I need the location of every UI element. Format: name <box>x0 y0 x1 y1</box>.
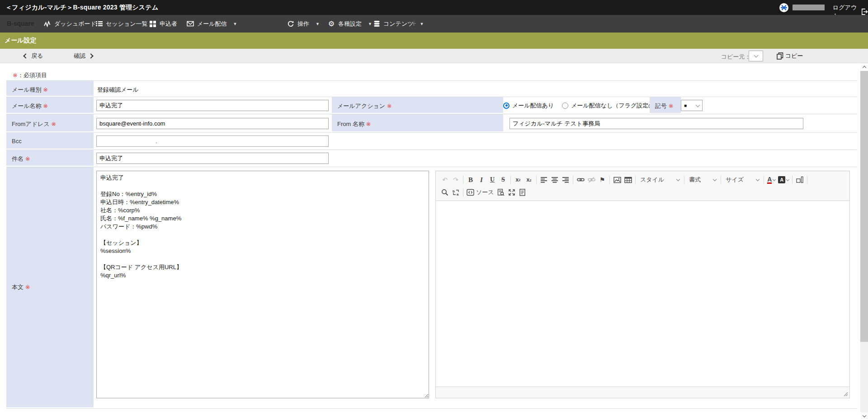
user-avatar[interactable] <box>779 3 789 13</box>
italic-button[interactable]: I <box>476 174 487 185</box>
nav-item-mail-delivery[interactable]: メール配信 ▼ <box>187 15 237 33</box>
nav-label: 操作 <box>297 20 309 28</box>
toolbar-separator <box>510 176 511 184</box>
user-avatar-icon <box>779 3 789 13</box>
refresh-icon <box>287 20 294 28</box>
chevron-down-icon <box>696 103 700 107</box>
vertical-scrollbar[interactable] <box>860 63 868 420</box>
redo-icon[interactable]: ↷ <box>450 174 461 185</box>
editor-resize-handle[interactable] <box>843 391 848 397</box>
mail-name-label: メール名称 ※ <box>6 97 94 113</box>
required-mark: ※ <box>366 121 371 127</box>
from-address-label: Fromアドレス ※ <box>6 114 94 131</box>
nav-item-settings[interactable]: ⚙ 各種設定 ▼ <box>328 15 372 33</box>
bcc-input[interactable] <box>96 135 329 147</box>
nav-item-contents[interactable]: コンテンツ ▼ <box>373 15 424 33</box>
chevron-down-icon <box>756 177 760 181</box>
nav-label: 申込者 <box>160 20 177 28</box>
chevron-down-icon: ▼ <box>368 22 372 26</box>
anchor-button[interactable]: ⚑ <box>597 174 608 185</box>
back-button[interactable]: 戻る <box>24 49 43 63</box>
database-icon <box>373 20 380 28</box>
strikethrough-button[interactable]: S <box>498 174 509 185</box>
maximize-button[interactable] <box>506 187 517 198</box>
align-center-button[interactable] <box>549 174 560 185</box>
replace-button[interactable]: ba <box>450 187 461 198</box>
table-button[interactable] <box>623 174 633 185</box>
size-combo[interactable]: サイズ <box>723 175 762 185</box>
row-from-address: Fromアドレス ※ From 名称 ※ <box>6 114 857 133</box>
nav-item-applicants[interactable]: 申込者 <box>149 15 177 33</box>
nav-item-operations[interactable]: 操作 ▼ <box>287 15 320 33</box>
radio-mail-delivery-off[interactable] <box>562 103 568 109</box>
nav-add-button[interactable]: + <box>411 15 416 33</box>
page-title: メール設定 <box>5 37 37 45</box>
grid-icon <box>149 20 156 28</box>
chevron-right-icon <box>88 53 93 58</box>
unlink-button[interactable] <box>586 174 597 185</box>
radio-mail-delivery-on[interactable] <box>503 103 509 109</box>
mail-settings-page: ＜フィジカル-マルチ＞B-square 2023 管理システム ログアウト B- <box>0 0 868 420</box>
mail-name-input[interactable] <box>96 100 329 111</box>
from-name-input[interactable] <box>509 118 803 129</box>
nav-label: セッション一覧 <box>106 20 148 28</box>
find-button[interactable] <box>439 187 450 198</box>
underline-button[interactable]: U <box>487 174 498 185</box>
toolbar-separator <box>573 176 573 184</box>
main-nav: B-square ダッシュボード セッション一覧 <box>0 15 868 33</box>
copy-label: コピー <box>785 52 803 60</box>
mail-type-value: 登録確認メール <box>97 86 139 94</box>
mail-type-label: メール種別 ※ <box>6 81 94 96</box>
editor-content-area[interactable] <box>436 201 849 387</box>
bold-button[interactable]: B <box>465 174 476 185</box>
subject-input[interactable] <box>96 153 329 164</box>
body-label: 本文 ※ <box>6 167 94 407</box>
source-label: ソース <box>476 188 494 196</box>
app-title: ＜フィジカル-マルチ＞B-square 2023 管理システム <box>5 4 158 12</box>
from-address-input[interactable] <box>96 118 329 129</box>
svg-text:b: b <box>453 189 455 193</box>
mail-action-options: メール配信あり メール配信なし（フラグ設定のみ） <box>503 97 675 114</box>
bg-color-button[interactable]: A <box>777 174 790 185</box>
chevron-down-icon: ▼ <box>233 22 237 26</box>
align-right-button[interactable] <box>560 174 571 185</box>
title-bar: ＜フィジカル-マルチ＞B-square 2023 管理システム ログアウト <box>0 0 868 15</box>
logout-icon <box>861 8 868 15</box>
superscript-button[interactable]: x2 <box>524 174 534 185</box>
chevron-down-icon <box>862 414 866 417</box>
nav-item-session-list[interactable]: セッション一覧 <box>95 15 148 33</box>
text-color-button[interactable]: A <box>766 174 777 185</box>
page-header: メール設定 <box>0 33 868 49</box>
format-combo[interactable]: 書式 <box>686 175 719 185</box>
required-mark: ※ <box>13 72 18 79</box>
source-button[interactable]: ソース <box>465 187 495 198</box>
chevron-down-icon: ▼ <box>420 22 424 26</box>
symbol-select[interactable]: ■ <box>681 100 703 111</box>
align-left-button[interactable] <box>538 174 549 185</box>
undo-icon[interactable]: ↶ <box>439 174 450 185</box>
link-button[interactable] <box>575 174 586 185</box>
copy-icon <box>777 52 783 60</box>
required-mark: ※ <box>43 86 48 93</box>
mail-action-label: メールアクション ※ <box>332 97 503 113</box>
templates-button[interactable] <box>517 187 528 198</box>
copy-button[interactable]: コピー <box>777 51 803 61</box>
subscript-button[interactable]: x2 <box>513 174 524 185</box>
toolbar-separator <box>635 176 636 184</box>
body-textarea[interactable]: 申込完了 登録No：%entry_id% 申込日時：%entry_datetim… <box>96 171 429 398</box>
toolbar-separator <box>764 176 764 184</box>
nav-item-dashboard[interactable]: ダッシュボード <box>44 15 96 33</box>
scrollbar-thumb[interactable] <box>860 71 868 342</box>
styles-combo[interactable]: スタイル <box>637 175 682 185</box>
toolbar-separator <box>684 176 684 184</box>
chevron-down-icon <box>773 177 776 181</box>
preview-button[interactable] <box>495 187 506 198</box>
image-button[interactable] <box>612 174 623 185</box>
copy-source-select[interactable] <box>749 51 763 61</box>
confirm-button[interactable]: 確認 <box>74 49 93 63</box>
username-redacted <box>793 5 825 10</box>
scroll-down-button[interactable] <box>860 412 868 420</box>
show-blocks-button[interactable] <box>794 174 805 185</box>
chevron-down-icon: ▼ <box>316 22 320 26</box>
scroll-up-button[interactable] <box>860 63 868 71</box>
